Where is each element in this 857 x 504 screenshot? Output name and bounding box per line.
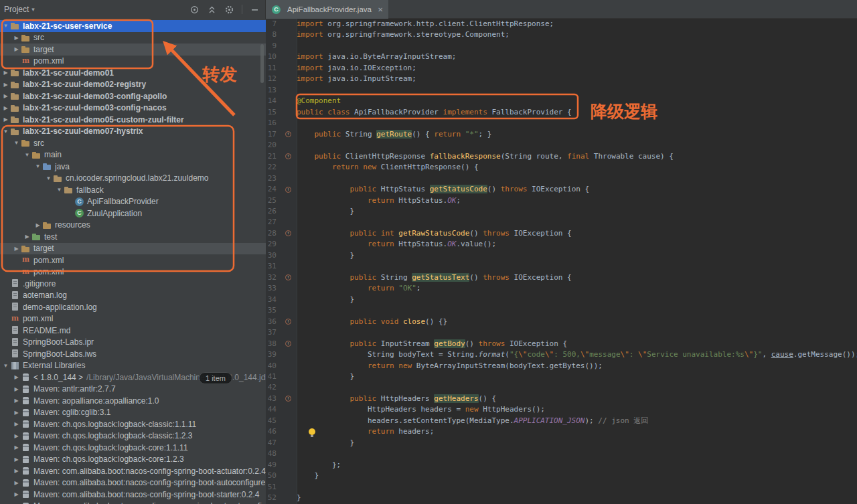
- code-line[interactable]: 45 headers.setContentType(MediaType.APPL…: [266, 416, 857, 426]
- tree-row[interactable]: SpringBoot-Labs.ipr: [0, 337, 266, 349]
- code-line[interactable]: 30 }: [266, 250, 857, 261]
- tree-row[interactable]: ▶Maven: antlr:antlr:2.7.7: [0, 384, 266, 396]
- code-line[interactable]: 7import org.springframework.http.client.…: [266, 19, 857, 29]
- tree-row[interactable]: ▶target: [0, 44, 266, 56]
- tree-row[interactable]: SpringBoot-Labs.iws: [0, 348, 266, 360]
- code-line[interactable]: 16: [266, 118, 857, 129]
- code-line[interactable]: 12import java.io.InputStream;: [266, 74, 857, 84]
- tree-row[interactable]: ZuulApplication: [0, 207, 266, 220]
- chevron-collapsed-icon[interactable]: ▶: [1, 82, 10, 88]
- chevron-expanded-icon[interactable]: ▼: [44, 175, 53, 181]
- override-method-gutter-icon[interactable]: [285, 396, 291, 402]
- tree-row[interactable]: ▼External Libraries: [0, 360, 266, 372]
- chevron-expanded-icon[interactable]: ▼: [1, 363, 10, 369]
- chevron-collapsed-icon[interactable]: ▶: [12, 410, 21, 416]
- gear-icon[interactable]: [224, 5, 234, 15]
- tree-row[interactable]: ▼fallback: [0, 184, 266, 196]
- code-line[interactable]: 49 };: [266, 460, 857, 471]
- code-line[interactable]: 36 public void close() {}: [266, 317, 857, 327]
- code-line[interactable]: 50 }: [266, 471, 857, 481]
- tree-row[interactable]: ▶labx-21-sc-zuul-demo01: [0, 67, 266, 79]
- code-line[interactable]: 34 }: [266, 295, 857, 305]
- code-line[interactable]: 44 HttpHeaders headers = new HttpHeaders…: [266, 404, 857, 415]
- tree-row[interactable]: aoteman.log: [0, 290, 266, 302]
- code-line[interactable]: 32 public String getStatusText() throws …: [266, 272, 857, 283]
- code-line[interactable]: 20: [266, 140, 857, 151]
- locate-file-icon[interactable]: [189, 5, 200, 15]
- code-line[interactable]: 40 return new ByteArrayInputStream(bodyT…: [266, 361, 857, 371]
- code-line[interactable]: 31: [266, 261, 857, 272]
- code-line[interactable]: 26 }: [266, 206, 857, 217]
- override-method-gutter-icon[interactable]: [285, 341, 291, 347]
- tree-row[interactable]: ▶Maven: com.alibaba.boot:nacos-discovery…: [0, 501, 266, 504]
- tree-row[interactable]: ▼main: [0, 149, 266, 161]
- hide-panel-icon[interactable]: [250, 5, 260, 15]
- tree-row[interactable]: .gitignore: [0, 278, 266, 290]
- chevron-collapsed-icon[interactable]: ▶: [12, 46, 21, 52]
- project-view-dropdown[interactable]: Project ▾: [4, 5, 35, 14]
- tree-row[interactable]: ▼src: [0, 137, 266, 149]
- code-line[interactable]: 24 public HttpStatus getStatusCode() thr…: [266, 184, 857, 195]
- chevron-collapsed-icon[interactable]: ▶: [12, 421, 21, 427]
- tab-apifallbackprovider[interactable]: ApiFallbackProvider.java: [266, 0, 388, 19]
- chevron-collapsed-icon[interactable]: ▶: [12, 444, 21, 450]
- close-tab-icon[interactable]: [378, 6, 383, 13]
- tree-row[interactable]: ▼java: [0, 161, 266, 173]
- chevron-collapsed-icon[interactable]: ▶: [1, 116, 10, 122]
- code-line[interactable]: 25 return HttpStatus.OK;: [266, 195, 857, 206]
- tree-row[interactable]: ▶labx-21-sc-zuul-demo05-custom-zuul-filt…: [0, 114, 266, 126]
- code-line[interactable]: 23: [266, 173, 857, 184]
- tree-row[interactable]: ▶labx-21-sc-zuul-demo03-config-apollo: [0, 90, 266, 102]
- code-line[interactable]: 28 public int getRawStatusCode() throws …: [266, 228, 857, 239]
- tree-row[interactable]: ▶Maven: cglib:cglib:3.1: [0, 407, 266, 419]
- code-line[interactable]: 22 return new ClientHttpResponse() {: [266, 162, 857, 173]
- tree-row[interactable]: ▶src: [0, 32, 266, 44]
- tree-row[interactable]: ▶< 1.8.0_144 >/Library/Java/JavaVirtualM…: [0, 371, 266, 384]
- code-line[interactable]: 9: [266, 41, 857, 52]
- code-line[interactable]: 14@Component: [266, 96, 857, 106]
- code-line[interactable]: 27: [266, 217, 857, 228]
- chevron-collapsed-icon[interactable]: ▶: [33, 222, 42, 228]
- tree-row[interactable]: ApiFallbackProvider: [0, 196, 266, 208]
- collapse-all-icon[interactable]: [207, 5, 217, 15]
- chevron-collapsed-icon[interactable]: ▶: [23, 234, 31, 240]
- override-method-gutter-icon[interactable]: [285, 319, 291, 325]
- chevron-collapsed-icon[interactable]: ▶: [12, 246, 21, 252]
- code-line[interactable]: 8import org.springframework.stereotype.C…: [266, 29, 857, 40]
- code-line[interactable]: 38 public InputStream getBody() throws I…: [266, 339, 857, 349]
- chevron-collapsed-icon[interactable]: ▶: [12, 468, 21, 474]
- override-method-gutter-icon[interactable]: [285, 153, 291, 159]
- tree-row[interactable]: ▶Maven: ch.qos.logback:logback-core:1.2.…: [0, 454, 266, 466]
- tree-row[interactable]: pom.xml: [0, 56, 266, 68]
- tree-row[interactable]: ▶Maven: ch.qos.logback:logback-classic:1…: [0, 418, 266, 430]
- code-line[interactable]: 41 }: [266, 371, 857, 382]
- tree-row[interactable]: ▶Maven: com.alibaba.boot:nacos-config-sp…: [0, 465, 266, 477]
- code-line[interactable]: 10import java.io.ByteArrayInputStream;: [266, 52, 857, 62]
- override-method-gutter-icon[interactable]: [285, 230, 291, 236]
- code-line[interactable]: 13: [266, 85, 857, 96]
- override-method-gutter-icon[interactable]: [285, 131, 291, 137]
- chevron-expanded-icon[interactable]: ▼: [23, 152, 31, 158]
- code-line[interactable]: 51: [266, 482, 857, 493]
- code-line[interactable]: 47 }: [266, 438, 857, 448]
- chevron-collapsed-icon[interactable]: ▶: [12, 433, 21, 439]
- code-line[interactable]: 21 public ClientHttpResponse fallbackRes…: [266, 151, 857, 162]
- tree-row[interactable]: ▶labx-21-sc-zuul-demo03-config-nacos: [0, 102, 266, 114]
- tree-row[interactable]: pom.xml: [0, 254, 266, 266]
- code-editor[interactable]: 7import org.springframework.http.client.…: [266, 19, 857, 504]
- chevron-expanded-icon[interactable]: ▼: [12, 140, 21, 146]
- tree-row[interactable]: README.md: [0, 325, 266, 337]
- code-line[interactable]: 46 return headers;: [266, 426, 857, 437]
- code-line[interactable]: 52}: [266, 493, 857, 503]
- tree-row[interactable]: ▼cn.iocoder.springcloud.labx21.zuuldemo: [0, 173, 266, 185]
- chevron-collapsed-icon[interactable]: ▶: [1, 93, 10, 99]
- chevron-collapsed-icon[interactable]: ▶: [12, 480, 21, 486]
- chevron-collapsed-icon[interactable]: ▶: [12, 374, 21, 380]
- tree-row[interactable]: demo-application.log: [0, 301, 266, 313]
- chevron-collapsed-icon[interactable]: ▶: [1, 105, 10, 111]
- tree-row[interactable]: ▶target: [0, 243, 266, 255]
- code-line[interactable]: 33 return "OK";: [266, 283, 857, 294]
- chevron-collapsed-icon[interactable]: ▶: [12, 456, 21, 463]
- tree-scrollbar[interactable]: [260, 44, 264, 83]
- tree-row[interactable]: ▼labx-21-sc-user-service: [0, 20, 266, 32]
